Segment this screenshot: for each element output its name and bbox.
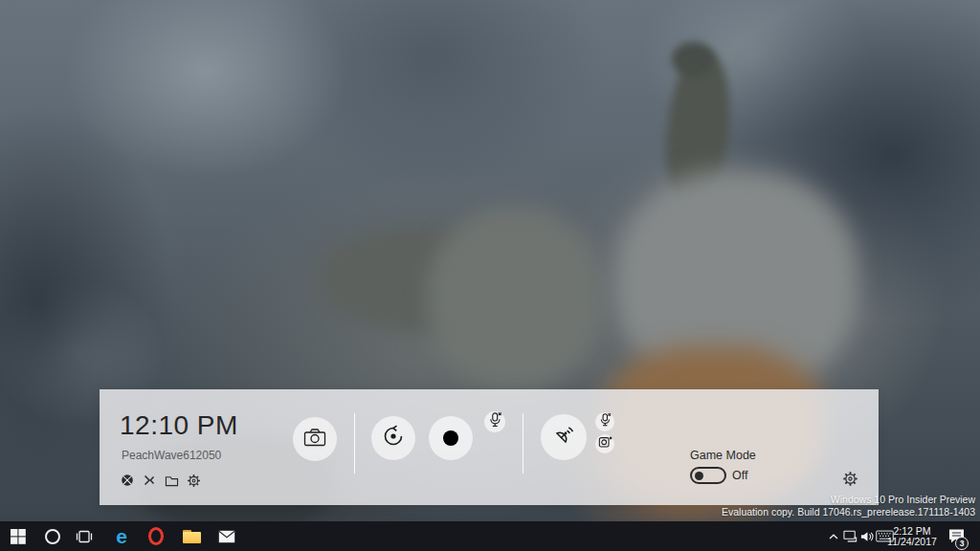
cortana-circle-icon <box>45 529 60 544</box>
notification-badge: 3 <box>955 537 969 550</box>
watermark-line1: Windows 10 Pro Insider Preview <box>722 494 975 506</box>
gear-icon[interactable] <box>186 473 201 488</box>
insider-watermark: Windows 10 Pro Insider Preview Evaluatio… <box>722 494 975 518</box>
watermark-line2: Evaluation copy. Build 17046.rs_prerelea… <box>722 506 975 518</box>
tray-date: 11/24/2017 <box>887 537 937 547</box>
windows-logo-icon <box>11 529 26 544</box>
game-bar-panel: 12:10 PM PeachWave612050 <box>100 389 879 505</box>
game-mode-toggle[interactable] <box>690 467 726 484</box>
record-button[interactable] <box>429 416 473 460</box>
gallery-folder-icon[interactable] <box>164 473 179 488</box>
game-bar-clock: 12:10 PM <box>120 410 238 441</box>
broadcast-mic-toggle-button[interactable] <box>595 412 614 431</box>
webcam-off-icon <box>598 435 612 453</box>
record-last-button[interactable] <box>371 416 415 460</box>
broadcast-dish-icon <box>551 423 576 452</box>
game-mode-state: Off <box>732 469 747 482</box>
divider <box>523 413 523 474</box>
action-center-button[interactable]: 3 <box>943 521 969 551</box>
wallpaper-center-iguana <box>427 207 605 388</box>
screenshot-button[interactable] <box>293 417 337 461</box>
volume-icon <box>860 531 874 542</box>
xbox-icon[interactable] <box>120 473 135 488</box>
desktop: 12:10 PM PeachWave612050 <box>0 0 980 551</box>
tray-overflow-button[interactable] <box>825 521 842 551</box>
chevron-up-icon <box>829 534 838 540</box>
game-bar-settings-button[interactable] <box>842 471 859 488</box>
mic-toggle-button[interactable] <box>484 411 505 432</box>
opera-icon <box>148 527 164 545</box>
network-icon <box>843 530 858 542</box>
quick-actions-row <box>120 473 201 488</box>
gear-icon <box>842 471 858 487</box>
mic-muted-icon <box>599 412 612 431</box>
file-explorer-icon <box>183 530 201 543</box>
wallpaper-small-iguana-head <box>672 42 714 77</box>
mixer-broadcast-icon[interactable] <box>142 473 157 488</box>
file-explorer-button[interactable] <box>175 521 208 551</box>
mail-button[interactable] <box>211 521 243 551</box>
volume-button[interactable] <box>859 521 875 551</box>
gamertag: PeachWave612050 <box>122 449 221 462</box>
mic-muted-icon <box>488 411 502 432</box>
toggle-knob <box>695 472 703 480</box>
record-that-icon <box>381 424 406 452</box>
task-view-icon <box>76 529 93 544</box>
game-mode-label: Game Mode <box>690 449 756 462</box>
start-button[interactable] <box>2 521 34 551</box>
task-view-button[interactable] <box>68 521 100 551</box>
tray-time: 2:12 PM <box>893 526 930 537</box>
webcam-toggle-button[interactable] <box>595 434 614 453</box>
cortana-button[interactable] <box>36 521 69 551</box>
opera-button[interactable] <box>140 521 172 551</box>
network-button[interactable] <box>842 521 859 551</box>
edge-icon: e <box>116 521 127 551</box>
taskbar: e 2:12 PM 11/24/2017 3 <box>0 521 980 551</box>
camera-icon <box>303 428 326 451</box>
record-dot-icon <box>443 430 458 446</box>
broadcast-button[interactable] <box>541 414 587 460</box>
edge-button[interactable]: e <box>105 521 138 551</box>
divider <box>354 413 355 474</box>
tray-clock[interactable]: 2:12 PM 11/24/2017 <box>882 521 942 551</box>
mail-envelope-icon <box>218 530 235 543</box>
